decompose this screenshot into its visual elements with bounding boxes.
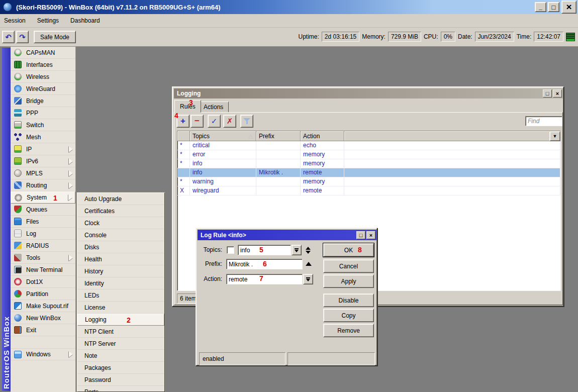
table-row[interactable]: infoMikrotik .remote bbox=[177, 168, 560, 177]
submenu-arrow-icon bbox=[69, 182, 73, 188]
topics-input[interactable] bbox=[238, 245, 291, 255]
sidebar-item-exit[interactable]: Exit bbox=[11, 324, 75, 336]
sidebar-item-capsman[interactable]: CAPsMAN bbox=[11, 47, 75, 59]
system-submenu-item-ntp-server[interactable]: NTP Server bbox=[77, 338, 164, 350]
filter-button[interactable] bbox=[240, 115, 253, 128]
sidebar-item-queues[interactable]: Queues bbox=[11, 204, 75, 216]
sidebar-item-tools[interactable]: Tools bbox=[11, 252, 75, 264]
sidebar-item-radius[interactable]: RADIUS bbox=[11, 240, 75, 252]
column-flag[interactable] bbox=[177, 131, 190, 141]
system-submenu-item-ntp-client[interactable]: NTP Client bbox=[77, 326, 164, 338]
sidebar-item-label: Log bbox=[26, 230, 36, 237]
system-submenu-item-certificates[interactable]: Certificates bbox=[77, 205, 164, 217]
sidebar-item-new-winbox[interactable]: New WinBox bbox=[11, 312, 75, 324]
sidebar-item-ipv6[interactable]: IPv6 bbox=[11, 155, 75, 167]
sidebar-item-label: Tools bbox=[26, 254, 40, 261]
system-submenu-item-password[interactable]: Password bbox=[77, 374, 164, 386]
ok-button[interactable]: OK bbox=[323, 243, 374, 257]
maximize-button[interactable]: □ bbox=[548, 2, 559, 12]
spinner-up-icon bbox=[306, 247, 311, 250]
system-submenu-item-leds[interactable]: LEDs bbox=[77, 289, 164, 302]
system-submenu-item-console[interactable]: Console bbox=[77, 229, 164, 241]
column-action[interactable]: Action bbox=[301, 131, 344, 141]
workspace: RouterOS WinBox CAPsMANInterfacesWireles… bbox=[0, 47, 578, 392]
sidebar-item-interfaces[interactable]: Interfaces bbox=[11, 59, 75, 71]
logging-close-button[interactable]: × bbox=[553, 89, 562, 97]
sidebar-item-wireguard[interactable]: WireGuard bbox=[11, 83, 75, 95]
sidebar-item-mpls[interactable]: MPLS bbox=[11, 167, 75, 179]
disable-rule-button[interactable]: ✗ bbox=[223, 115, 236, 128]
sidebar-item-switch[interactable]: Switch bbox=[11, 119, 75, 131]
sidebar-item-make-supout-rif[interactable]: Make Supout.rif bbox=[11, 300, 75, 312]
sidebar-item-ppp[interactable]: PPP bbox=[11, 107, 75, 119]
remove-button[interactable]: Remove bbox=[323, 324, 374, 337]
redo-button[interactable]: ↷ bbox=[16, 31, 29, 43]
find-input[interactable] bbox=[525, 116, 562, 126]
system-submenu-item-clock[interactable]: Clock bbox=[77, 217, 164, 229]
system-submenu-item-note[interactable]: Note bbox=[77, 350, 164, 362]
column-prefix[interactable]: Prefix bbox=[256, 131, 301, 141]
sidebar-item-log[interactable]: Log bbox=[11, 228, 75, 240]
tab-rules[interactable]: Rules bbox=[174, 100, 201, 113]
system-submenu-item-history[interactable]: History bbox=[77, 265, 164, 277]
cancel-button[interactable]: Cancel bbox=[323, 259, 374, 273]
disable-button[interactable]: Disable bbox=[323, 293, 374, 307]
remove-rule-button[interactable]: − bbox=[190, 115, 204, 128]
topics-add-remove-spinner[interactable] bbox=[304, 245, 312, 255]
enable-rule-button[interactable]: ✓ bbox=[208, 115, 221, 128]
cell-topics: info bbox=[190, 159, 256, 168]
sidebar-item-mesh[interactable]: Mesh bbox=[11, 131, 75, 143]
menu-settings[interactable]: Settings bbox=[37, 15, 65, 26]
sidebar-item-label: Switch bbox=[26, 122, 44, 129]
topics-checkbox[interactable] bbox=[227, 246, 234, 254]
system-submenu-item-license[interactable]: License bbox=[77, 302, 164, 314]
sidebar-item-dot1x[interactable]: Dot1X bbox=[11, 276, 75, 288]
cell-prefix bbox=[256, 186, 301, 195]
copy-button[interactable]: Copy bbox=[323, 309, 374, 322]
sidebar-item-ip[interactable]: IP bbox=[11, 143, 75, 155]
sidebar-item-bridge[interactable]: Bridge bbox=[11, 95, 75, 107]
system-submenu-item-ports[interactable]: Ports bbox=[77, 386, 164, 392]
tab-actions[interactable]: Actions bbox=[198, 102, 229, 113]
safe-mode-button[interactable]: Safe Mode bbox=[34, 31, 76, 43]
menu-dashboard[interactable]: Dashboard bbox=[70, 15, 107, 26]
apply-button[interactable]: Apply bbox=[323, 274, 374, 288]
action-dropdown-button[interactable] bbox=[303, 274, 313, 284]
sidebar-item-label: Make Supout.rif bbox=[26, 303, 68, 310]
system-submenu-item-packages[interactable]: Packages bbox=[77, 362, 164, 374]
sidebar-item-files[interactable]: Files bbox=[11, 216, 75, 228]
sidebar-item-system[interactable]: System1 bbox=[11, 191, 75, 204]
dialog-maximize-button[interactable]: □ bbox=[356, 231, 365, 239]
close-button[interactable]: × bbox=[561, 1, 576, 14]
logging-maximize-button[interactable]: □ bbox=[543, 89, 552, 97]
dialog-titlebar[interactable]: Log Rule <info> □ × bbox=[198, 230, 376, 240]
sidebar-item-new-terminal[interactable]: New Terminal bbox=[11, 264, 75, 276]
sidebar-item-label: Files bbox=[26, 218, 39, 225]
sidebar-item-label: Bridge bbox=[26, 97, 44, 105]
menu-session[interactable]: Session bbox=[4, 15, 32, 26]
sidebar-item-windows[interactable]: Windows bbox=[11, 348, 75, 360]
system-submenu-item-disks[interactable]: Disks bbox=[77, 241, 164, 253]
table-row[interactable]: *errormemory bbox=[177, 150, 560, 159]
sidebar-item-partition[interactable]: Partition bbox=[11, 288, 75, 300]
column-topics[interactable]: Topics △ bbox=[190, 131, 256, 141]
sidebar-item-wireless[interactable]: Wireless bbox=[11, 71, 75, 83]
topics-dropdown-button[interactable] bbox=[292, 245, 302, 255]
cpu-label: CPU: bbox=[424, 33, 438, 40]
sidebar-item-routing[interactable]: Routing bbox=[11, 179, 75, 191]
logging-titlebar[interactable]: Logging □ × bbox=[174, 88, 563, 99]
system-submenu-item-auto-upgrade[interactable]: Auto Upgrade bbox=[77, 193, 164, 205]
prefix-collapse-icon[interactable] bbox=[306, 262, 312, 266]
column-select-dropdown[interactable]: ▼ bbox=[549, 131, 560, 141]
dialog-close-button[interactable]: × bbox=[366, 231, 375, 239]
undo-button[interactable]: ↶ bbox=[2, 31, 15, 43]
table-row[interactable]: Xwireguardremote bbox=[177, 186, 560, 195]
system-submenu-item-logging[interactable]: Logging2 bbox=[77, 314, 164, 326]
table-row[interactable]: *warningmemory bbox=[177, 177, 560, 186]
table-row[interactable]: *infomemory bbox=[177, 159, 560, 168]
minimize-button[interactable]: _ bbox=[535, 2, 546, 12]
action-input[interactable] bbox=[226, 274, 303, 284]
system-submenu-item-health[interactable]: Health bbox=[77, 253, 164, 265]
system-submenu-item-identity[interactable]: Identity bbox=[77, 277, 164, 289]
table-row[interactable]: *criticalecho bbox=[177, 141, 560, 150]
